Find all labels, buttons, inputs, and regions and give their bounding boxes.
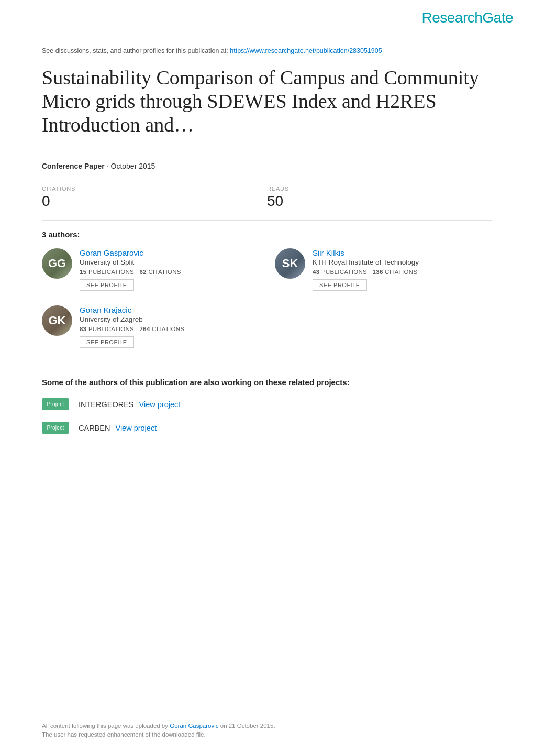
reads-value: 50 [267, 193, 492, 210]
see-profile-btn-2[interactable]: SEE PROFILE [313, 279, 367, 291]
author-avatar-2: SK [275, 248, 305, 279]
main-content: See discussions, stats, and author profi… [0, 31, 534, 461]
author-name-1[interactable]: Goran Gasparovic [80, 248, 259, 257]
project-item-2: Project CARBEN View project [42, 422, 492, 434]
citations-stat: CITATIONS 0 [42, 185, 267, 210]
page: ResearchGate See discussions, stats, and… [0, 0, 534, 756]
project-text-2: CARBEN View project [79, 424, 157, 432]
citations-label: CITATIONS [42, 185, 267, 192]
related-projects-divider [42, 368, 492, 368]
citations-value: 0 [42, 193, 267, 210]
publication-link-line: See discussions, stats, and author profi… [42, 47, 492, 54]
author-avatar-1: GG [42, 248, 72, 279]
project-view-link-2[interactable]: View project [115, 424, 157, 432]
author-info-1: Goran Gasparovic University of Split 15 … [80, 248, 259, 291]
project-item-1: Project INTERGEORES View project [42, 398, 492, 410]
researchgate-logo: ResearchGate [421, 9, 513, 26]
author-name-2[interactable]: Siir Kilkis [313, 248, 492, 257]
stats-divider [42, 220, 492, 221]
related-projects-heading: Some of the authors of this publication … [42, 378, 492, 387]
authors-grid: GG Goran Gasparovic University of Split … [42, 248, 492, 363]
project-text-1: INTERGEORES View project [79, 400, 180, 409]
author-institution-3: University of Zagreb [80, 315, 259, 323]
author-info-3: Goran Krajacic University of Zagreb 83 P… [80, 305, 259, 348]
footer: All content following this page was uplo… [0, 715, 534, 740]
reads-stat: READS 50 [267, 185, 492, 210]
author-stats-1: 15 PUBLICATIONS 62 CITATIONS [80, 269, 259, 275]
header: ResearchGate [0, 0, 534, 31]
title-divider [42, 152, 492, 152]
authors-heading: 3 authors: [42, 230, 492, 239]
author-card-1: GG Goran Gasparovic University of Split … [42, 248, 259, 291]
author-name-3[interactable]: Goran Krajacic [80, 305, 259, 314]
author-stats-2: 43 PUBLICATIONS 136 CITATIONS [313, 269, 492, 275]
author-avatar-3: GK [42, 305, 72, 336]
author-institution-1: University of Split [80, 258, 259, 266]
footer-line-2: The user has requested enhancement of th… [42, 731, 492, 738]
reads-label: READS [267, 185, 492, 192]
footer-author-link[interactable]: Goran Gasparovic [170, 722, 218, 729]
author-card-3: GK Goran Krajacic University of Zagreb 8… [42, 305, 259, 348]
author-card-2: SK Siir Kilkis KTH Royal Institute of Te… [275, 248, 492, 291]
related-projects-section: Some of the authors of this publication … [42, 378, 492, 434]
see-profile-btn-3[interactable]: SEE PROFILE [80, 336, 134, 348]
footer-line-1: All content following this page was uplo… [42, 722, 492, 729]
author-institution-2: KTH Royal Institute of Technology [313, 258, 492, 266]
stats-row: CITATIONS 0 READS 50 [42, 180, 492, 210]
project-badge-2: Project [42, 422, 69, 434]
author-stats-3: 83 PUBLICATIONS 764 CITATIONS [80, 326, 259, 332]
project-view-link-1[interactable]: View project [139, 400, 181, 409]
see-profile-btn-1[interactable]: SEE PROFILE [80, 279, 134, 291]
paper-title: Sustainability Comparison of Campus and … [42, 66, 492, 136]
author-info-2: Siir Kilkis KTH Royal Institute of Techn… [313, 248, 492, 291]
project-badge-1: Project [42, 398, 69, 410]
publication-url-link[interactable]: https://www.researchgate.net/publication… [230, 47, 382, 54]
paper-type-date: Conference Paper · October 2015 [42, 162, 492, 170]
